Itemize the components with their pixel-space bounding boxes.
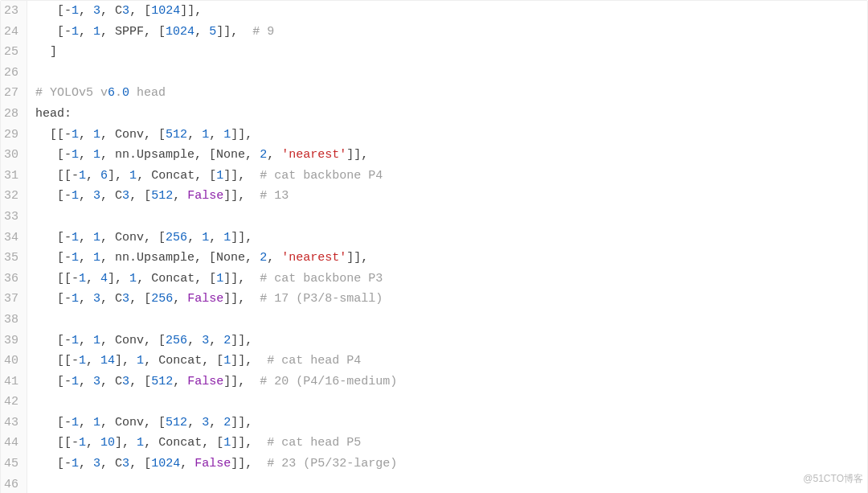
token-pl: , Conv, [ — [100, 416, 166, 429]
line-number: 25 — [4, 42, 22, 63]
token-pl: [- — [57, 251, 72, 265]
token-n: 1 — [202, 128, 209, 142]
token-n: 1 — [79, 354, 86, 368]
token-n: 1 — [72, 251, 79, 265]
token-n: 1 — [72, 334, 79, 347]
token-pl: ]], — [216, 25, 252, 39]
token-pl: , — [187, 416, 202, 429]
token-pl: , nn.Upsample, [None, — [100, 148, 260, 162]
watermark: @51CTO博客 — [803, 469, 863, 490]
token-pl: ]], — [346, 148, 368, 162]
token-pl: , — [79, 334, 93, 347]
line-number: 34 — [4, 228, 22, 249]
token-n: 5 — [209, 25, 216, 39]
token-n: 14 — [100, 354, 115, 368]
token-pl: [- — [57, 457, 72, 470]
token-pl: , C — [100, 4, 122, 18]
token-n: 3 — [122, 189, 129, 203]
token-cm: # 23 (P5/32-large) — [267, 457, 397, 470]
token-pl: , nn.Upsample, [None, — [100, 251, 260, 265]
token-pl: [- — [57, 231, 72, 244]
token-n: 2 — [223, 334, 231, 347]
token-n: 3 — [93, 292, 100, 306]
token-pl: , Concat, [ — [144, 436, 223, 450]
source-code: [-1, 3, C3, [1024]], [-1, 1, SPPF, [1024… — [27, 1, 397, 493]
token-n: 3 — [93, 4, 100, 18]
token-n: 3 — [202, 334, 209, 347]
code-block: 2324252627282930313233343536373839404142… — [0, 0, 868, 493]
token-pl: ]], — [180, 4, 202, 18]
token-n: 1 — [72, 375, 79, 388]
token-pl: , — [79, 231, 93, 244]
token-pl: , — [79, 251, 93, 265]
token-cm: . — [115, 86, 122, 100]
token-n: 3 — [93, 189, 100, 203]
token-pl: , — [173, 375, 187, 388]
token-cm: # cat backbone P4 — [260, 169, 383, 183]
token-pl: ]], — [231, 354, 267, 368]
code-line: [-1, 1, nn.Upsample, [None, 2, 'nearest'… — [35, 248, 397, 269]
token-pl: , Concat, [ — [137, 272, 216, 286]
token-n: 2 — [260, 148, 267, 162]
code-line: # YOLOv5 v6.0 head — [35, 83, 397, 104]
token-pl: [- — [57, 189, 72, 203]
token-pl: , — [86, 436, 100, 450]
token-pl: , [ — [129, 457, 151, 470]
token-n: 1 — [216, 272, 223, 286]
code-line: [-1, 1, Conv, [512, 3, 2]], — [35, 413, 397, 433]
token-n: 1 — [216, 169, 223, 183]
token-n: 1 — [93, 251, 100, 265]
code-line: [-1, 1, SPPF, [1024, 5]], # 9 — [35, 22, 397, 43]
token-n: 1 — [72, 148, 79, 162]
code-line: [[-1, 14], 1, Concat, [1]], # cat head P… — [35, 351, 397, 372]
token-n: 1 — [129, 272, 137, 286]
token-cm: # cat head P5 — [267, 436, 361, 450]
code-line — [35, 310, 397, 331]
token-n: 1 — [79, 169, 86, 183]
token-pl: , [ — [129, 375, 151, 388]
token-pl: , — [209, 231, 223, 244]
code-line: head: — [35, 104, 397, 125]
token-pl: , [ — [129, 292, 151, 306]
token-bool: False — [187, 375, 223, 388]
code-line: [-1, 1, nn.Upsample, [None, 2, 'nearest'… — [35, 145, 397, 166]
code-line: [-1, 3, C3, [1024]], — [35, 1, 397, 22]
token-pl: ]], — [231, 231, 252, 244]
token-pl: , — [209, 128, 223, 142]
code-line: [[-1, 4], 1, Concat, [1]], # cat backbon… — [35, 269, 397, 290]
token-n: 1 — [72, 4, 79, 18]
token-n: 1 — [72, 231, 79, 244]
token-n: 0 — [122, 86, 129, 100]
token-pl: , — [79, 292, 93, 306]
token-pl: , Conv, [ — [100, 128, 166, 142]
token-pl: ]], — [231, 416, 252, 429]
token-bool: False — [194, 457, 231, 470]
token-pl: ], — [115, 354, 137, 368]
token-n: 1024 — [151, 457, 180, 470]
token-n: 1 — [93, 334, 100, 347]
token-pl: ] — [50, 45, 57, 59]
code-line — [35, 392, 397, 413]
token-pl: , — [187, 334, 202, 347]
token-pl: [- — [57, 25, 72, 39]
line-number-gutter: 2324252627282930313233343536373839404142… — [1, 1, 27, 493]
token-n: 1 — [72, 189, 79, 203]
token-n: 1 — [72, 25, 79, 39]
token-pl: ]], — [223, 169, 260, 183]
code-line — [35, 475, 397, 493]
token-n: 1 — [93, 128, 100, 142]
line-number: 33 — [4, 207, 22, 228]
token-n: 256 — [166, 334, 187, 347]
token-pl: , — [267, 251, 281, 265]
token-pl: , — [79, 189, 93, 203]
token-cm: # 13 — [260, 189, 289, 203]
line-number: 45 — [4, 454, 22, 475]
token-n: 1 — [93, 231, 100, 244]
token-pl: [[- — [57, 354, 79, 368]
token-n: 3 — [122, 292, 129, 306]
token-pl: , [ — [129, 4, 151, 18]
code-line — [35, 207, 397, 228]
token-pl: ]], — [223, 292, 260, 306]
code-line: [-1, 3, C3, [512, False]], # 13 — [35, 186, 397, 207]
token-cm: # 20 (P4/16-medium) — [260, 375, 397, 388]
